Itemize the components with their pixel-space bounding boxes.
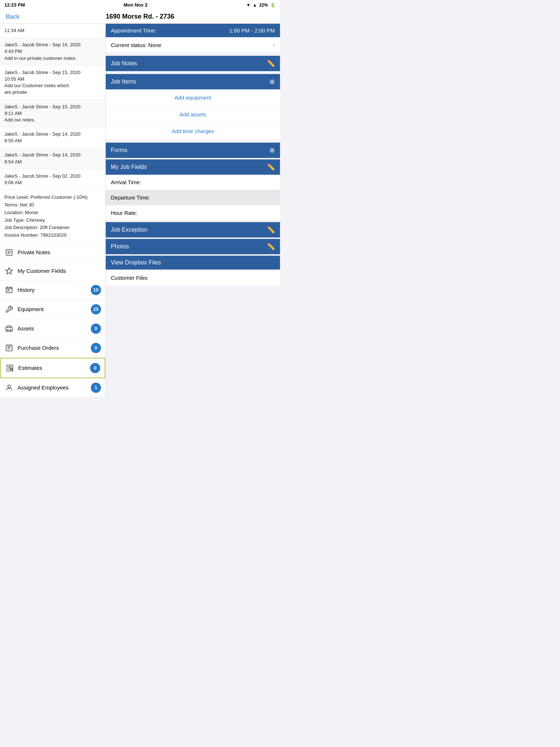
add-equipment-button[interactable]: Add equipment — [106, 89, 280, 106]
status-time: 12:23 PM — [4, 2, 25, 8]
svg-rect-14 — [6, 345, 12, 351]
nav-label-private-notes: Private Notes — [18, 249, 101, 255]
spacer-6 — [106, 237, 280, 238]
nav-label-equipment: Equipment — [18, 306, 91, 312]
job-notes-header: Job Notes ✏️ — [106, 56, 280, 71]
history-entry-5: JakeS - Jacob Strine - Sep 14, 20208:54 … — [0, 148, 105, 169]
hour-rate-row: Hour Rate: — [106, 205, 280, 221]
spacer-3 — [106, 140, 280, 142]
add-icon-job-items[interactable]: ⊕ — [269, 78, 275, 86]
current-status-label: Current status: None — [111, 42, 161, 48]
nav-item-assigned-employees[interactable]: Assigned Employees 1 — [0, 378, 105, 398]
arrival-time-label: Arrival Time: — [111, 179, 141, 185]
current-status-row[interactable]: Current status: None › — [106, 37, 280, 53]
job-exception-header: Job Exception ✏️ — [106, 222, 280, 237]
add-icon-forms[interactable]: ⊕ — [269, 146, 275, 154]
page-title: 1690 Morse Rd. - 2736 — [106, 13, 174, 20]
nav-label-customer-fields: My Customer Fields — [18, 268, 101, 274]
nav-label-history: History — [18, 287, 91, 293]
hour-rate-label: Hour Rate: — [111, 210, 137, 216]
forms-header: Forms ⊕ — [106, 143, 280, 158]
spacer-5 — [106, 221, 280, 221]
back-button[interactable]: Back — [6, 13, 20, 20]
pencil-icon-job-fields[interactable]: ✏️ — [267, 163, 275, 171]
appointment-time-value: 1:00 PM - 2:00 PM — [229, 27, 275, 34]
arrival-time-row: Arrival Time: — [106, 175, 280, 190]
assets-badge: 0 — [91, 324, 101, 334]
left-panel: 11:34 AM JakeS - Jacob Strine - Sep 16, … — [0, 24, 106, 398]
purchase-orders-icon — [4, 343, 14, 353]
job-exception-label: Job Exception — [111, 227, 148, 233]
add-assets-button[interactable]: Add assets — [106, 106, 280, 123]
spacer-4 — [106, 158, 280, 159]
appointment-time-label: Appointment Time: — [111, 27, 156, 34]
nav-label-assets: Assets — [18, 325, 91, 332]
wifi-icon: ▼ — [246, 3, 250, 8]
estimates-icon — [5, 363, 15, 373]
job-items-label: Job Items — [111, 78, 136, 85]
main-layout: 11:34 AM JakeS - Jacob Strine - Sep 16, … — [0, 24, 280, 398]
svg-rect-11 — [6, 327, 12, 331]
spacer-1 — [106, 53, 280, 55]
assigned-employees-icon — [4, 383, 14, 392]
signal-icon: ▲ — [253, 3, 257, 8]
assigned-employees-badge: 1 — [91, 383, 101, 393]
status-date: Mon Nov 2 — [124, 2, 148, 8]
purchase-orders-badge: 0 — [91, 343, 101, 353]
nav-label-purchase-orders: Purchase Orders — [18, 345, 91, 351]
my-job-fields-header: My Job Fields ✏️ — [106, 159, 280, 175]
customer-fields-icon — [4, 266, 14, 276]
status-bar: 12:23 PM Mon Nov 2 ▼ ▲ 22% 🔋 — [0, 0, 280, 10]
page-header: Back 1690 Morse Rd. - 2736 — [0, 10, 280, 24]
nav-item-equipment[interactable]: Equipment 25 — [0, 300, 105, 319]
nav-item-history[interactable]: History 10 — [0, 280, 105, 300]
history-entry-0: 11:34 AM — [0, 24, 105, 38]
info-block: Price Level: Preferred Customer (-10%) T… — [0, 190, 105, 243]
nav-item-customer-fields[interactable]: My Customer Fields — [0, 262, 105, 280]
history-entry-3: JakeS - Jacob Strine - Sep 15, 20209:11 … — [0, 100, 105, 128]
spacer-2 — [106, 71, 280, 73]
pencil-icon-job-notes[interactable]: ✏️ — [267, 59, 275, 67]
equipment-badge: 25 — [91, 304, 101, 314]
departure-time-label: Departure Time: — [111, 194, 150, 201]
history-badge: 10 — [91, 285, 101, 295]
nav-item-assets[interactable]: Assets 0 — [0, 319, 105, 338]
view-dropbox-files-label: View Dropbox Files — [111, 259, 161, 266]
view-dropbox-files-header[interactable]: View Dropbox Files — [106, 256, 280, 270]
appointment-time-bar: Appointment Time: 1:00 PM - 2:00 PM — [106, 24, 280, 37]
assets-icon — [4, 324, 14, 333]
history-entry-2: JakeS - Jacob Strine - Sep 15, 202010:55… — [0, 66, 105, 100]
history-entry-4: JakeS - Jacob Strine - Sep 14, 20208:55 … — [0, 127, 105, 148]
add-time-charges-button[interactable]: Add time charges — [106, 123, 280, 140]
customer-files-row[interactable]: Customer Files — [106, 270, 280, 286]
my-job-fields-label: My Job Fields — [111, 164, 147, 170]
nav-item-purchase-orders[interactable]: Purchase Orders 0 — [0, 338, 105, 358]
pencil-icon-job-exception[interactable]: ✏️ — [267, 226, 275, 234]
chevron-right-icon: › — [273, 42, 275, 48]
equipment-icon — [4, 305, 14, 314]
right-panel: Appointment Time: 1:00 PM - 2:00 PM Curr… — [106, 24, 280, 398]
nav-item-private-notes[interactable]: Private Notes — [0, 243, 105, 262]
departure-time-row: Departure Time: — [106, 190, 280, 205]
svg-rect-24 — [11, 368, 12, 370]
photos-label: Photos — [111, 243, 129, 250]
spacer-7 — [106, 254, 280, 255]
forms-label: Forms — [111, 147, 127, 154]
history-time-0: 11:34 AM — [4, 28, 24, 33]
nav-item-estimates[interactable]: Estimates 0 — [0, 358, 105, 378]
customer-files-label: Customer Files — [111, 275, 148, 281]
job-notes-label: Job Notes — [111, 60, 137, 67]
svg-point-13 — [10, 329, 11, 330]
nav-label-assigned-employees: Assigned Employees — [18, 384, 91, 391]
pencil-icon-photos[interactable]: ✏️ — [267, 243, 275, 251]
battery-icon: 🔋 — [270, 3, 276, 8]
job-items-header: Job Items ⊕ — [106, 74, 280, 89]
svg-point-25 — [8, 385, 10, 388]
photos-header: Photos ✏️ — [106, 239, 280, 254]
status-icons: ▼ ▲ 22% 🔋 — [246, 3, 276, 8]
nav-label-estimates: Estimates — [18, 365, 90, 371]
private-notes-icon — [4, 248, 14, 257]
svg-marker-4 — [6, 268, 12, 274]
battery-level: 22% — [259, 3, 268, 8]
estimates-badge: 0 — [90, 363, 100, 373]
